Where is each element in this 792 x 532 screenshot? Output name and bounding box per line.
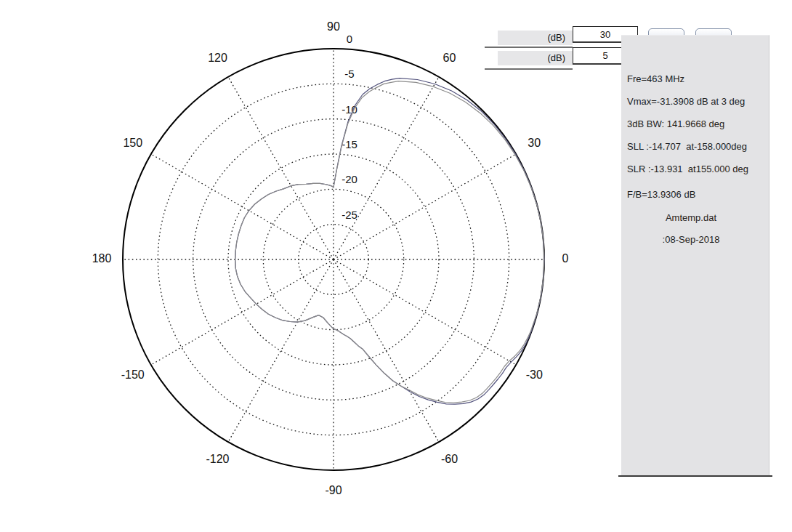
front-back-text: F/B=13.9306 dB	[627, 189, 695, 200]
svg-text:60: 60	[443, 52, 456, 64]
range-db-label: (dB)	[498, 31, 573, 45]
date-text: :08-Sep-2018	[621, 234, 761, 245]
svg-text:30: 30	[528, 137, 541, 149]
file-name-text: Amtemp.dat	[621, 212, 761, 223]
svg-text:-90: -90	[325, 484, 342, 496]
slr-text: SLR :-13.931 at155.000 deg	[627, 164, 748, 174]
sll-text: SLL :-14.707 at-158.000deg	[627, 141, 747, 152]
svg-text:120: 120	[208, 52, 227, 64]
svg-text:-150: -150	[121, 368, 145, 381]
svg-text:-120: -120	[206, 453, 229, 465]
svg-text:-5: -5	[344, 68, 354, 80]
svg-text:90: 90	[327, 20, 340, 33]
svg-text:180: 180	[92, 252, 112, 265]
frequency-text: Fre=463 MHz	[627, 73, 684, 84]
svg-text:-30: -30	[526, 368, 543, 381]
vmax-text: Vmax=-31.3908 dB at 3 deg	[627, 96, 745, 107]
app-window: 0306090120150180-150-120-90-60-300-5-10-…	[0, 0, 792, 532]
step-db-label: (dB)	[498, 51, 573, 65]
results-panel: Fre=463 MHz Vmax=-31.3908 dB at 3 deg 3d…	[621, 35, 769, 475]
divider	[485, 68, 573, 70]
svg-text:-15: -15	[342, 138, 357, 150]
panel-bottom-shadow	[618, 475, 772, 477]
divider	[485, 47, 573, 48]
svg-text:0: 0	[562, 252, 569, 265]
svg-text:0: 0	[347, 33, 352, 45]
beamwidth-text: 3dB BW: 141.9668 deg	[627, 118, 724, 129]
svg-text:-60: -60	[441, 453, 458, 465]
svg-text:-20: -20	[342, 173, 357, 185]
svg-text:-25: -25	[342, 209, 357, 221]
svg-text:150: 150	[123, 137, 142, 149]
